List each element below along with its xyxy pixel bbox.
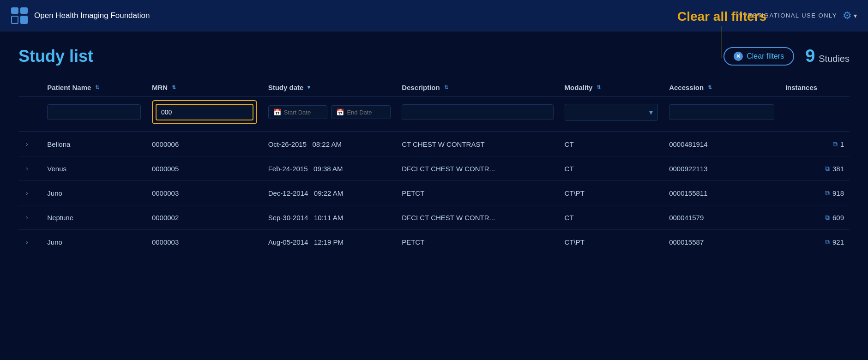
expand-cell-3: › — [18, 205, 42, 230]
sort-desc-icon: ⇅ — [444, 84, 448, 90]
expand-button-3[interactable]: › — [24, 212, 30, 223]
copy-icon-1: ⧉ — [825, 165, 830, 173]
instances-cell-1: ⧉ 381 — [780, 156, 850, 181]
navbar-left: Open Health Imaging Foundation — [11, 7, 150, 24]
description-cell-2: PETCT — [396, 181, 559, 205]
end-date-wrapper: 📅 — [331, 105, 391, 119]
studies-label: Studies — [819, 54, 850, 64]
table-row[interactable]: › Bellona 0000006 Oct-26-2015 08:22 AM C… — [18, 132, 850, 156]
modality-cell-0: CT — [559, 132, 664, 156]
settings-button[interactable]: ⚙ ▾ — [843, 10, 857, 22]
copy-icon-3: ⧉ — [825, 214, 830, 222]
mrn-cell-3: 0000002 — [146, 205, 263, 230]
accession-filter[interactable] — [669, 104, 774, 120]
description-filter[interactable] — [402, 104, 553, 120]
copy-icon-4: ⧉ — [825, 238, 830, 246]
instances-value-0: 1 — [840, 140, 844, 148]
logo-square-2 — [20, 7, 28, 14]
expand-cell-0: › — [18, 132, 42, 156]
description-cell-3: DFCI CT CHEST W CONTR... — [396, 205, 559, 230]
calendar-start-icon: 📅 — [273, 108, 281, 116]
modality-cell-1: CT — [559, 156, 664, 181]
expand-button-0[interactable]: › — [24, 138, 30, 150]
modality-filter-wrapper: CT PT CT\PT ▾ — [565, 104, 658, 121]
filter-row: 📅 📅 — [18, 96, 850, 132]
accession-cell-0: 0000481914 — [663, 132, 780, 156]
patient-name-cell-1: Venus — [42, 156, 146, 181]
description-cell-4: PETCT — [396, 230, 559, 254]
app-logo — [11, 7, 28, 24]
mrn-cell-2: 0000003 — [146, 181, 263, 205]
filter-mrn-cell — [146, 96, 263, 132]
th-expand — [18, 79, 42, 96]
patient-name-filter[interactable] — [47, 104, 141, 120]
accession-cell-2: 0000155811 — [663, 181, 780, 205]
study-date-cell-1: Feb-24-2015 09:38 AM — [263, 156, 397, 181]
sort-accession-icon: ⇅ — [708, 84, 712, 90]
instances-value-2: 918 — [832, 189, 844, 197]
th-description[interactable]: Description ⇅ — [396, 79, 559, 96]
th-accession[interactable]: Accession ⇅ — [663, 79, 780, 96]
th-study-date[interactable]: Study date ▾ — [263, 79, 397, 96]
mrn-cell-0: 0000006 — [146, 132, 263, 156]
filter-expand-cell — [18, 96, 42, 132]
accession-cell-4: 000015587 — [663, 230, 780, 254]
description-cell-1: DFCI CT CHEST W CONTR... — [396, 156, 559, 181]
patient-name-cell-0: Bellona — [42, 132, 146, 156]
logo-square-1 — [11, 7, 18, 14]
expand-button-4[interactable]: › — [24, 236, 30, 247]
th-modality[interactable]: Modality ⇅ — [559, 79, 664, 96]
annotation-line — [722, 26, 722, 58]
patient-name-cell-2: Juno — [42, 181, 146, 205]
table-row[interactable]: › Neptune 0000002 Sep-30-2014 10:11 AM D… — [18, 205, 850, 230]
study-date-cell-2: Dec-12-2014 09:22 AM — [263, 181, 397, 205]
mrn-cell-1: 0000005 — [146, 156, 263, 181]
filter-accession-cell — [663, 96, 780, 132]
instances-value-4: 921 — [832, 238, 844, 246]
mrn-filter-wrapper — [152, 100, 257, 124]
modality-cell-4: CT\PT — [559, 230, 664, 254]
instances-cell-0: ⧉ 1 — [780, 132, 850, 156]
expand-button-1[interactable]: › — [24, 163, 30, 174]
table-body: › Bellona 0000006 Oct-26-2015 08:22 AM C… — [18, 132, 850, 254]
table-row[interactable]: › Venus 0000005 Feb-24-2015 09:38 AM DFC… — [18, 156, 850, 181]
instances-value-3: 609 — [832, 214, 844, 222]
copy-icon-2: ⧉ — [825, 189, 830, 197]
sort-patient-icon: ⇅ — [95, 84, 99, 90]
logo-square-4 — [20, 16, 28, 24]
filter-patient-cell — [42, 96, 146, 132]
sort-date-icon: ▾ — [307, 84, 310, 90]
sort-modality-icon: ⇅ — [597, 84, 601, 90]
modality-cell-3: CT — [559, 205, 664, 230]
main-content: Study list ✕ Clear filters 9 Studies Pat… — [0, 31, 868, 265]
filter-modality-cell: CT PT CT\PT ▾ — [559, 96, 664, 132]
instances-cell-4: ⧉ 921 — [780, 230, 850, 254]
patient-name-cell-3: Neptune — [42, 205, 146, 230]
accession-cell-1: 0000922113 — [663, 156, 780, 181]
th-instances: Instances — [780, 79, 850, 96]
mrn-cell-4: 0000003 — [146, 230, 263, 254]
modality-filter[interactable]: CT PT CT\PT — [570, 108, 650, 116]
accession-cell-3: 000041579 — [663, 205, 780, 230]
date-filter-inputs: 📅 📅 — [268, 105, 391, 119]
copy-icon-0: ⧉ — [833, 140, 838, 148]
expand-cell-2: › — [18, 181, 42, 205]
start-date-wrapper: 📅 — [268, 105, 328, 119]
study-table: Patient Name ⇅ MRN ⇅ Study date ▾ — [18, 79, 850, 254]
table-row[interactable]: › Juno 0000003 Dec-12-2014 09:22 AM PETC… — [18, 181, 850, 205]
modality-cell-2: CT\PT — [559, 181, 664, 205]
end-date-filter[interactable] — [347, 109, 386, 116]
mrn-filter[interactable] — [156, 104, 253, 120]
studies-count: 9 Studies — [805, 46, 850, 66]
table-header-row: Patient Name ⇅ MRN ⇅ Study date ▾ — [18, 79, 850, 96]
start-date-filter[interactable] — [284, 109, 323, 116]
patient-name-cell-4: Juno — [42, 230, 146, 254]
modality-dropdown-arrow: ▾ — [649, 108, 653, 117]
chevron-down-icon: ▾ — [854, 12, 857, 19]
table-row[interactable]: › Juno 0000003 Aug-05-2014 12:19 PM PETC… — [18, 230, 850, 254]
page-title: Study list — [18, 47, 93, 66]
expand-button-2[interactable]: › — [24, 187, 30, 198]
gear-icon: ⚙ — [843, 10, 852, 22]
th-mrn[interactable]: MRN ⇅ — [146, 79, 263, 96]
th-patient-name[interactable]: Patient Name ⇅ — [42, 79, 146, 96]
